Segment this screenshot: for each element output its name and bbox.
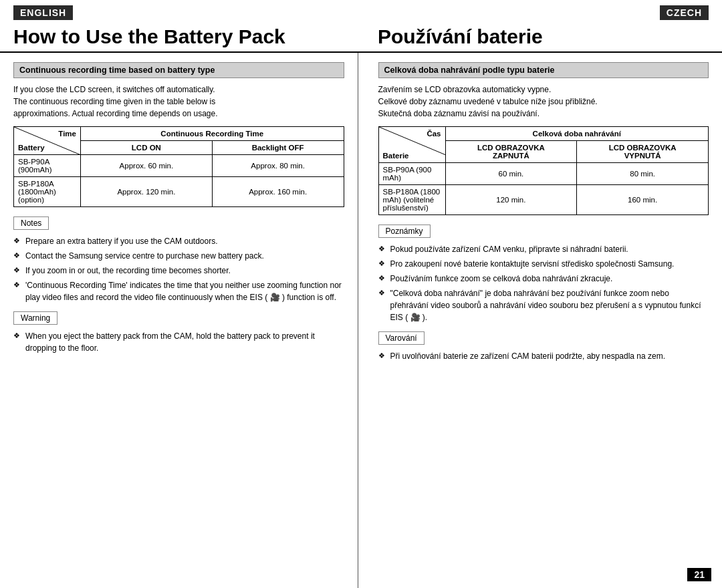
col-backlight-off: Backlight OFF: [212, 141, 344, 155]
header-right: CZECH Používání baterie: [358, 0, 722, 47]
diag-top: Time: [58, 130, 76, 138]
left-desc-3: approximations. Actual recording time de…: [13, 108, 344, 120]
czech-notes-label: Poznámky: [378, 225, 431, 238]
english-badge: ENGLISH: [13, 5, 73, 20]
notes-label: Notes: [13, 216, 49, 230]
right-desc-3: Skutečná doba záznamu závisí na používán…: [378, 108, 709, 120]
czech-badge: CZECH: [660, 5, 709, 20]
battery-1: SB-P90A (900mAh): [14, 155, 81, 177]
notes-section: Notes Prepare an extra battery if you us…: [13, 216, 344, 303]
czech-battery-1: SB-P90A (900 mAh): [378, 163, 445, 185]
czech-warning-label: Varování: [378, 331, 425, 345]
czech-col-total: Celková doba nahrávání: [445, 127, 709, 141]
czech-off-2: 160 min.: [577, 185, 709, 215]
list-item: Pokud používáte zařízení CAM venku, přip…: [378, 243, 709, 255]
table-row: SB-P90A (900mAh) Approx. 60 min. Approx.…: [14, 155, 344, 177]
header: ENGLISH How to Use the Battery Pack CZEC…: [0, 0, 722, 53]
list-item: 'Continuous Recording Time' indicates th…: [13, 279, 344, 303]
header-left: ENGLISH How to Use the Battery Pack: [0, 0, 358, 47]
warning-section: Warning When you eject the battery pack …: [13, 311, 344, 354]
warning-list: When you eject the battery pack from the…: [13, 330, 344, 354]
page-number: 21: [687, 568, 711, 581]
czech-diag-top: Čas: [427, 130, 441, 138]
col-continuous: Continuous Recording Time: [81, 127, 344, 141]
lcd-on-2: Approx. 120 min.: [81, 177, 213, 207]
battery-2: SB-P180A (1800mAh) (option): [14, 177, 81, 207]
list-item: If you zoom in or out, the recording tim…: [13, 265, 344, 277]
left-description: If you close the LCD screen, it switches…: [13, 84, 344, 120]
czech-notes-section: Poznámky Pokud používáte zařízení CAM ve…: [378, 225, 709, 323]
notes-list: Prepare an extra battery if you use the …: [13, 235, 344, 303]
left-desc-1: If you close the LCD screen, it switches…: [13, 84, 344, 96]
czech-col-off: LCD OBRAZOVKA VYPNUTÁ: [577, 141, 709, 163]
right-desc-1: Zavřením se LCD obrazovka automaticky vy…: [378, 84, 709, 96]
table-row: SB-P180A (1800 mAh) (volitelné příslušen…: [378, 185, 709, 215]
lcd-on-1: Approx. 60 min.: [81, 155, 213, 177]
list-item: Při uvolňování baterie ze zařízení CAM b…: [378, 350, 709, 362]
czech-on-2: 120 min.: [445, 185, 577, 215]
list-item: Používáním funkce zoom se celková doba n…: [378, 273, 709, 285]
left-column: Continuous recording time based on batte…: [0, 53, 358, 588]
title-left: How to Use the Battery Pack: [13, 25, 344, 47]
content: Continuous recording time based on batte…: [0, 53, 722, 588]
table-row: SB-P90A (900 mAh) 60 min. 80 min.: [378, 163, 709, 185]
czech-warning-section: Varování Při uvolňování baterie ze zaříz…: [378, 331, 709, 362]
right-column: Celková doba nahrávání podle typu bateri…: [358, 53, 723, 588]
right-desc-2: Celkové doby záznamu uvedené v tabulce n…: [378, 96, 709, 108]
list-item: Pro zakoupení nové baterie kontaktujte s…: [378, 258, 709, 270]
czech-col-on: LCD OBRAZOVKA ZAPNUTÁ: [445, 141, 577, 163]
table-row: SB-P180A (1800mAh) (option) Approx. 120 …: [14, 177, 344, 207]
title-right: Používání baterie: [378, 25, 709, 47]
diag-bottom: Battery: [18, 144, 45, 152]
right-section-header: Celková doba nahrávání podle typu bateri…: [378, 62, 709, 78]
czech-on-1: 60 min.: [445, 163, 577, 185]
left-section-header: Continuous recording time based on batte…: [13, 62, 344, 78]
right-battery-table: Čas Baterie Celková doba nahrávání LCD O…: [378, 126, 709, 215]
czech-warning-list: Při uvolňování baterie ze zařízení CAM b…: [378, 350, 709, 362]
czech-notes-list: Pokud používáte zařízení CAM venku, přip…: [378, 243, 709, 323]
right-description: Zavřením se LCD obrazovka automaticky vy…: [378, 84, 709, 120]
table-diag-header: Time Battery: [14, 127, 81, 155]
czech-diag-bottom: Baterie: [383, 152, 409, 160]
warning-label: Warning: [13, 311, 57, 325]
list-item: Prepare an extra battery if you use the …: [13, 235, 344, 247]
czech-off-1: 80 min.: [577, 163, 709, 185]
left-battery-table: Time Battery Continuous Recording Time L…: [13, 126, 344, 207]
backlight-off-2: Approx. 160 min.: [212, 177, 344, 207]
backlight-off-1: Approx. 80 min.: [212, 155, 344, 177]
left-desc-2: The continuous recording time given in t…: [13, 96, 344, 108]
col-lcd-on: LCD ON: [81, 141, 213, 155]
list-item: Contact the Samsung service centre to pu…: [13, 250, 344, 262]
list-item: When you eject the battery pack from the…: [13, 330, 344, 354]
list-item: "Celková doba nahrávání" je doba nahrává…: [378, 287, 709, 323]
czech-diag-header: Čas Baterie: [378, 127, 445, 163]
czech-battery-2: SB-P180A (1800 mAh) (volitelné příslušen…: [378, 185, 445, 215]
